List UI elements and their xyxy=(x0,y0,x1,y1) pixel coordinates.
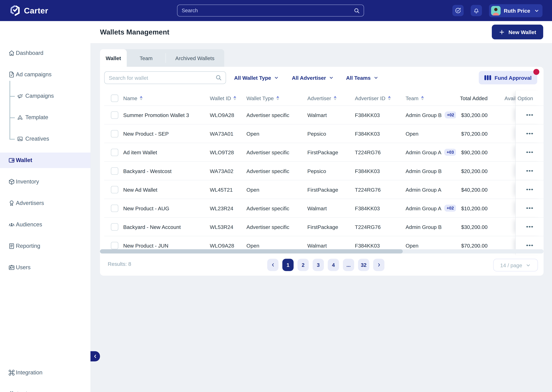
next-page-button[interactable] xyxy=(373,259,384,271)
option-cell xyxy=(515,162,544,180)
select-all-checkbox[interactable] xyxy=(111,94,118,102)
column-header-option: Option xyxy=(515,91,544,105)
wallet-name: Backyard - New Account xyxy=(121,224,208,230)
id-card-icon xyxy=(8,264,15,271)
option-cell xyxy=(515,217,544,236)
notification-dot xyxy=(533,69,539,75)
gear-icon xyxy=(8,391,15,392)
sidebar-item-advertisers[interactable]: Advertisers xyxy=(0,196,90,211)
filter-wallet-type[interactable]: All Wallet Type xyxy=(234,71,279,84)
row-checkbox[interactable] xyxy=(111,130,118,137)
row-checkbox[interactable] xyxy=(111,148,118,156)
page-button-1[interactable]: 1 xyxy=(282,259,294,271)
team-cell: Admin Group B+02 xyxy=(403,112,456,119)
advertiser-id: F384KK03 xyxy=(353,242,404,248)
fund-approval-button[interactable]: Fund Approval xyxy=(479,71,537,84)
sort-icon xyxy=(276,96,279,100)
column-header-name[interactable]: Name xyxy=(121,95,208,101)
tent-icon xyxy=(17,114,23,121)
tab-wallet[interactable]: Wallet xyxy=(100,49,127,67)
wallet-type: Advertiser specific xyxy=(244,112,305,118)
advertiser-id: F384KK03 xyxy=(353,131,404,137)
total-added: $30,200.00 xyxy=(456,224,488,230)
integration-nodes-icon xyxy=(8,369,15,376)
sidebar-collapse-button[interactable] xyxy=(90,351,100,361)
tab-team[interactable]: Team xyxy=(127,49,166,67)
new-wallet-button[interactable]: New Wallet xyxy=(492,25,543,39)
row-options-button[interactable] xyxy=(524,112,535,118)
row-checkbox[interactable] xyxy=(111,186,118,193)
global-search-input[interactable] xyxy=(177,8,354,14)
sidebar-item-label: Dashboard xyxy=(16,50,44,56)
row-options-button[interactable] xyxy=(524,242,535,248)
table-row: Ad item Wallet WLO9T28 Advertiser specif… xyxy=(104,143,544,161)
row-options-button[interactable] xyxy=(524,168,535,174)
sidebar-item-inventory[interactable]: Inventory xyxy=(0,174,90,189)
row-options-button[interactable] xyxy=(524,149,535,155)
column-header-team[interactable]: Team xyxy=(403,95,456,101)
advertiser-id: F384KK03 xyxy=(353,112,404,118)
row-options-button[interactable] xyxy=(524,187,535,192)
sidebar-item-users[interactable]: Users xyxy=(0,260,90,275)
team-badge: +02 xyxy=(444,204,456,211)
columns-icon xyxy=(485,75,491,80)
sidebar-item-template[interactable]: Template xyxy=(0,110,90,125)
column-header-avail: Avail xyxy=(488,95,515,101)
sidebar-item-audiences[interactable]: Audiences xyxy=(0,217,90,232)
user-menu[interactable]: Ruth Price xyxy=(489,4,543,17)
row-checkbox[interactable] xyxy=(111,111,118,119)
tab-archived-wallets[interactable]: Archived Wallets xyxy=(166,49,224,67)
notifications-button[interactable] xyxy=(471,5,482,16)
sidebar-item-label: Creatives xyxy=(25,136,49,142)
column-header-advertiser[interactable]: Advertiser xyxy=(305,95,353,101)
column-header-advertiser-id[interactable]: Advertiser ID xyxy=(353,95,404,101)
row-checkbox[interactable] xyxy=(111,167,118,175)
page-button-4[interactable]: 4 xyxy=(328,259,339,271)
sidebar-item-creatives[interactable]: Creatives xyxy=(0,131,90,147)
row-checkbox[interactable] xyxy=(111,223,118,231)
chevron-down-icon xyxy=(526,262,531,268)
page-button-2[interactable]: 2 xyxy=(298,259,309,271)
page-size-select[interactable]: 14 / page xyxy=(493,259,538,271)
scrollbar-thumb[interactable] xyxy=(100,249,403,253)
sidebar-item-wallet[interactable]: Wallet xyxy=(0,153,90,168)
filter-teams[interactable]: All Teams xyxy=(346,71,378,84)
row-options-button[interactable] xyxy=(524,205,535,211)
row-options-button[interactable] xyxy=(524,131,535,136)
wallet-name: New Product - JUN xyxy=(121,242,208,248)
filter-advertiser[interactable]: All Advertiser xyxy=(292,71,334,84)
chevron-down-icon xyxy=(373,75,378,80)
row-checkbox[interactable] xyxy=(111,204,118,212)
wallet-type: Advertiser specific xyxy=(244,205,305,211)
sidebar-item-reporting[interactable]: Reporting xyxy=(0,238,90,254)
prev-page-button[interactable] xyxy=(267,259,278,271)
wallet-id: WLO9T28 xyxy=(208,149,244,155)
column-header-wallet-type[interactable]: Wallet Type xyxy=(244,95,305,101)
wallet-id: WLO9A28 xyxy=(208,112,244,118)
advertiser-id: T224RG76 xyxy=(353,187,404,193)
advertiser: Pepsico xyxy=(305,131,353,137)
wallet-id: WL45T21 xyxy=(208,187,244,193)
sidebar-item-label: Settings xyxy=(16,391,36,392)
sidebar-item-ad-campaigns[interactable]: Ad campaigns xyxy=(0,67,90,82)
page-button-3[interactable]: 3 xyxy=(313,259,324,271)
wallet-search-input[interactable] xyxy=(104,75,215,81)
page-button-32[interactable]: 32 xyxy=(358,259,369,271)
advertiser: Pepsico xyxy=(305,168,353,174)
sidebar-item-label: Inventory xyxy=(16,179,39,185)
row-checkbox[interactable] xyxy=(111,242,118,249)
row-options-button[interactable] xyxy=(524,224,535,230)
new-wallet-label: New Wallet xyxy=(508,29,536,35)
sort-icon xyxy=(140,96,143,100)
sidebar-item-dashboard[interactable]: Dashboard xyxy=(0,45,90,61)
tab-label: Team xyxy=(140,55,153,61)
sidebar-item-settings[interactable]: Settings xyxy=(0,386,90,392)
team-cell: Admin Group B xyxy=(403,224,456,230)
column-header-wallet-id[interactable]: Wallet ID xyxy=(208,95,244,101)
advertiser: FirstPackage xyxy=(305,187,353,193)
sync-status-button[interactable] xyxy=(452,5,464,16)
sidebar-item-integration[interactable]: Integration xyxy=(0,365,90,380)
sort-icon xyxy=(334,96,336,100)
sidebar-item-campaigns[interactable]: Campaigns xyxy=(0,88,90,104)
page-ellipsis[interactable]: ... xyxy=(343,259,354,271)
